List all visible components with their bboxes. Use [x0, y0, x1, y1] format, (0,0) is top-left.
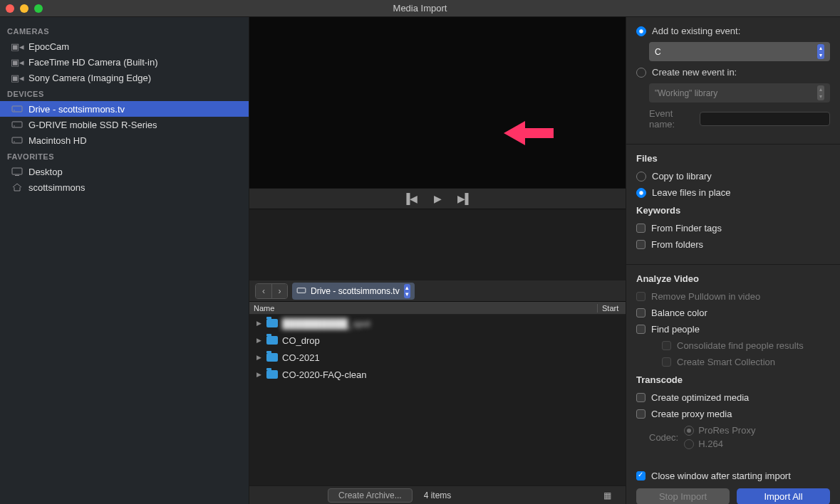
transport-controls: ▐◀ ▶ ▶▌: [249, 188, 626, 209]
desktop-icon: [11, 167, 23, 176]
disclosure-triangle-icon[interactable]: ▶: [256, 337, 262, 344]
svg-rect-4: [12, 137, 22, 143]
codec-label: Codec:: [649, 432, 678, 443]
folder-icon: [266, 353, 278, 362]
sidebar-item-gdrive[interactable]: G-DRIVE mobile SSD R-Series: [0, 117, 249, 132]
sidebar-item-label: Drive - scottsimmons.tv: [28, 104, 125, 115]
path-bar: ‹ › Drive - scottsimmons.tv ▴▾: [249, 280, 626, 302]
action-bar: Close window after starting import Stop …: [626, 463, 840, 504]
find-people-checkbox[interactable]: [636, 325, 645, 334]
leave-in-place-radio[interactable]: [636, 188, 646, 198]
proxy-media-label: Create proxy media: [651, 409, 732, 419]
column-start[interactable]: Start: [597, 304, 626, 313]
sidebar-item-macintosh-hd[interactable]: Macintosh HD: [0, 132, 249, 148]
source-sidebar: CAMERAS ▣◂ EpocCam ▣◂ FaceTime HD Camera…: [0, 17, 249, 504]
existing-event-select[interactable]: C ▴▾: [649, 42, 830, 61]
stop-import-button: Stop Import: [636, 488, 730, 504]
drive-icon: [296, 286, 306, 296]
h264-radio: [684, 439, 694, 449]
nav-forward-button[interactable]: ›: [271, 284, 287, 298]
from-finder-label: From Finder tags: [651, 223, 722, 233]
sidebar-item-epoccam[interactable]: ▣◂ EpocCam: [0, 38, 249, 54]
svg-point-3: [14, 125, 15, 127]
sidebar-item-facetime[interactable]: ▣◂ FaceTime HD Camera (Built-in): [0, 54, 249, 70]
create-smart-label: Create Smart Collection: [677, 357, 775, 367]
file-row[interactable]: ▶ CO-2021: [249, 349, 626, 366]
select-arrows-icon: ▴▾: [817, 85, 824, 100]
sidebar-item-label: EpocCam: [28, 41, 69, 52]
file-row[interactable]: ▶ ██████████_spot: [249, 315, 626, 332]
from-folders-label: From folders: [651, 239, 703, 250]
nav-back-button[interactable]: ‹: [256, 284, 271, 298]
minimize-window-button[interactable]: [20, 4, 28, 13]
section-header-cameras: CAMERAS: [0, 23, 249, 38]
disclosure-triangle-icon[interactable]: ▶: [256, 320, 262, 327]
sidebar-item-label: Macintosh HD: [28, 135, 87, 146]
sidebar-item-drive-scottsimmons[interactable]: Drive - scottsimmons.tv: [0, 101, 249, 117]
sidebar-item-home[interactable]: scottsimmons: [0, 179, 249, 195]
drive-icon: [11, 105, 23, 113]
section-header-favorites: FAVORITES: [0, 148, 249, 164]
remove-pulldown-checkbox: [636, 292, 645, 301]
leave-in-place-label: Leave files in place: [652, 187, 731, 198]
sidebar-item-label: scottsimmons: [28, 182, 85, 193]
prev-button[interactable]: ▐◀: [403, 193, 418, 204]
optimized-media-label: Create optimized media: [651, 392, 749, 403]
file-name: ██████████_spot: [282, 318, 370, 329]
file-row[interactable]: ▶ CO-2020-FAQ-clean: [249, 366, 626, 383]
annotation-arrow: [500, 115, 557, 153]
preview-area: [249, 17, 626, 188]
import-options: Add to existing event: C ▴▾ Create new e…: [626, 17, 840, 504]
file-name: CO-2020-FAQ-clean: [282, 369, 367, 380]
folder-icon: [266, 370, 278, 379]
create-archive-button[interactable]: Create Archive...: [328, 488, 413, 503]
folder-icon: [266, 336, 278, 345]
consolidate-checkbox: [662, 341, 671, 350]
disclosure-triangle-icon[interactable]: ▶: [256, 371, 262, 378]
select-arrows-icon: ▴▾: [817, 44, 824, 59]
file-row[interactable]: ▶ CO_drop: [249, 332, 626, 349]
from-folders-checkbox[interactable]: [636, 240, 645, 249]
play-button[interactable]: ▶: [434, 193, 442, 204]
prores-radio: [684, 426, 694, 436]
create-new-event-radio[interactable]: [636, 68, 646, 78]
browser-area: ▐◀ ▶ ▶▌ ‹ › Drive - scottsimmons.tv ▴▾ N…: [249, 17, 626, 504]
file-list-header[interactable]: Name Start: [249, 302, 626, 315]
sidebar-item-sony[interactable]: ▣◂ Sony Camera (Imaging Edge): [0, 70, 249, 85]
window-title: Media Import: [393, 3, 447, 14]
consolidate-label: Consolidate find people results: [677, 340, 804, 351]
svg-rect-8: [297, 288, 306, 293]
sidebar-item-label: Desktop: [28, 167, 63, 177]
remove-pulldown-label: Remove Pulldown in video: [651, 291, 760, 302]
path-popup[interactable]: Drive - scottsimmons.tv ▴▾: [292, 283, 415, 300]
column-name[interactable]: Name: [249, 304, 597, 313]
optimized-media-checkbox[interactable]: [636, 393, 645, 402]
maximize-window-button[interactable]: [34, 4, 43, 13]
proxy-media-checkbox[interactable]: [636, 409, 645, 419]
file-name: CO-2021: [282, 352, 320, 363]
copy-to-library-radio[interactable]: [636, 172, 646, 182]
disclosure-triangle-icon[interactable]: ▶: [256, 354, 262, 361]
svg-rect-2: [12, 122, 22, 127]
next-button[interactable]: ▶▌: [457, 193, 472, 204]
drive-icon: [11, 136, 23, 145]
file-name: CO_drop: [282, 335, 320, 346]
close-window-button[interactable]: [6, 4, 14, 13]
filmstrip-icon[interactable]: ▦: [603, 490, 611, 500]
close-window-checkbox[interactable]: [636, 471, 645, 481]
popup-arrows-icon: ▴▾: [404, 284, 410, 298]
section-header-devices: DEVICES: [0, 85, 249, 101]
add-to-existing-radio[interactable]: [636, 26, 646, 36]
sidebar-item-label: Sony Camera (Imaging Edge): [28, 73, 151, 83]
event-name-label: Event name:: [649, 108, 694, 130]
browser-footer: Create Archive... 4 items ▦: [249, 485, 626, 504]
sidebar-item-desktop[interactable]: Desktop: [0, 164, 249, 179]
sidebar-item-label: G-DRIVE mobile SSD R-Series: [28, 120, 157, 130]
balance-color-checkbox[interactable]: [636, 308, 645, 317]
import-all-button[interactable]: Import All: [737, 488, 830, 504]
create-new-event-label: Create new event in:: [652, 67, 737, 78]
svg-point-5: [14, 141, 15, 142]
from-finder-checkbox[interactable]: [636, 224, 645, 233]
svg-rect-0: [12, 106, 22, 112]
camera-icon: ▣◂: [11, 73, 23, 82]
